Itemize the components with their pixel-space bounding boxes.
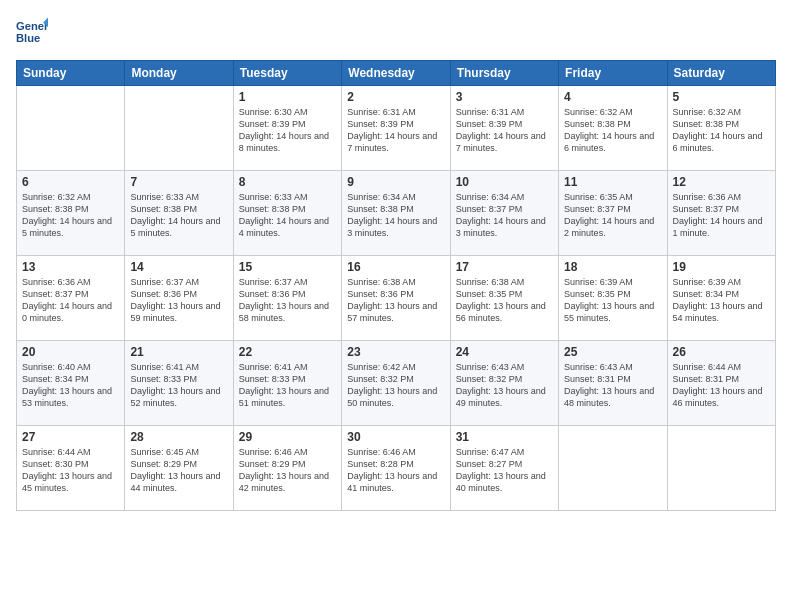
logo-icon: General Blue bbox=[16, 16, 48, 48]
day-number: 4 bbox=[564, 90, 661, 104]
calendar-cell: 24Sunrise: 6:43 AM Sunset: 8:32 PM Dayli… bbox=[450, 341, 558, 426]
calendar-cell: 28Sunrise: 6:45 AM Sunset: 8:29 PM Dayli… bbox=[125, 426, 233, 511]
calendar-cell bbox=[17, 86, 125, 171]
day-info: Sunrise: 6:40 AM Sunset: 8:34 PM Dayligh… bbox=[22, 361, 119, 410]
day-of-week-header: Friday bbox=[559, 61, 667, 86]
day-info: Sunrise: 6:37 AM Sunset: 8:36 PM Dayligh… bbox=[239, 276, 336, 325]
calendar-cell: 2Sunrise: 6:31 AM Sunset: 8:39 PM Daylig… bbox=[342, 86, 450, 171]
calendar-week-row: 27Sunrise: 6:44 AM Sunset: 8:30 PM Dayli… bbox=[17, 426, 776, 511]
day-info: Sunrise: 6:33 AM Sunset: 8:38 PM Dayligh… bbox=[130, 191, 227, 240]
calendar-cell bbox=[125, 86, 233, 171]
day-info: Sunrise: 6:31 AM Sunset: 8:39 PM Dayligh… bbox=[347, 106, 444, 155]
day-of-week-header: Monday bbox=[125, 61, 233, 86]
calendar-cell: 31Sunrise: 6:47 AM Sunset: 8:27 PM Dayli… bbox=[450, 426, 558, 511]
day-info: Sunrise: 6:37 AM Sunset: 8:36 PM Dayligh… bbox=[130, 276, 227, 325]
day-info: Sunrise: 6:32 AM Sunset: 8:38 PM Dayligh… bbox=[564, 106, 661, 155]
calendar-week-row: 6Sunrise: 6:32 AM Sunset: 8:38 PM Daylig… bbox=[17, 171, 776, 256]
day-info: Sunrise: 6:43 AM Sunset: 8:32 PM Dayligh… bbox=[456, 361, 553, 410]
day-info: Sunrise: 6:36 AM Sunset: 8:37 PM Dayligh… bbox=[673, 191, 770, 240]
day-number: 1 bbox=[239, 90, 336, 104]
calendar-cell: 27Sunrise: 6:44 AM Sunset: 8:30 PM Dayli… bbox=[17, 426, 125, 511]
calendar-cell: 23Sunrise: 6:42 AM Sunset: 8:32 PM Dayli… bbox=[342, 341, 450, 426]
calendar-cell bbox=[559, 426, 667, 511]
day-of-week-header: Wednesday bbox=[342, 61, 450, 86]
day-info: Sunrise: 6:45 AM Sunset: 8:29 PM Dayligh… bbox=[130, 446, 227, 495]
day-info: Sunrise: 6:46 AM Sunset: 8:29 PM Dayligh… bbox=[239, 446, 336, 495]
calendar-cell: 4Sunrise: 6:32 AM Sunset: 8:38 PM Daylig… bbox=[559, 86, 667, 171]
day-info: Sunrise: 6:46 AM Sunset: 8:28 PM Dayligh… bbox=[347, 446, 444, 495]
day-number: 26 bbox=[673, 345, 770, 359]
calendar-cell: 17Sunrise: 6:38 AM Sunset: 8:35 PM Dayli… bbox=[450, 256, 558, 341]
calendar-cell: 19Sunrise: 6:39 AM Sunset: 8:34 PM Dayli… bbox=[667, 256, 775, 341]
calendar-cell: 1Sunrise: 6:30 AM Sunset: 8:39 PM Daylig… bbox=[233, 86, 341, 171]
calendar-cell: 29Sunrise: 6:46 AM Sunset: 8:29 PM Dayli… bbox=[233, 426, 341, 511]
day-number: 15 bbox=[239, 260, 336, 274]
day-number: 22 bbox=[239, 345, 336, 359]
day-number: 30 bbox=[347, 430, 444, 444]
day-info: Sunrise: 6:44 AM Sunset: 8:31 PM Dayligh… bbox=[673, 361, 770, 410]
page-header: General Blue bbox=[16, 16, 776, 48]
day-number: 8 bbox=[239, 175, 336, 189]
day-number: 17 bbox=[456, 260, 553, 274]
calendar-cell: 15Sunrise: 6:37 AM Sunset: 8:36 PM Dayli… bbox=[233, 256, 341, 341]
day-number: 3 bbox=[456, 90, 553, 104]
day-number: 10 bbox=[456, 175, 553, 189]
day-number: 28 bbox=[130, 430, 227, 444]
day-number: 27 bbox=[22, 430, 119, 444]
day-info: Sunrise: 6:39 AM Sunset: 8:35 PM Dayligh… bbox=[564, 276, 661, 325]
day-number: 9 bbox=[347, 175, 444, 189]
calendar-cell: 14Sunrise: 6:37 AM Sunset: 8:36 PM Dayli… bbox=[125, 256, 233, 341]
day-number: 13 bbox=[22, 260, 119, 274]
calendar-cell: 5Sunrise: 6:32 AM Sunset: 8:38 PM Daylig… bbox=[667, 86, 775, 171]
day-info: Sunrise: 6:32 AM Sunset: 8:38 PM Dayligh… bbox=[22, 191, 119, 240]
day-number: 19 bbox=[673, 260, 770, 274]
day-number: 23 bbox=[347, 345, 444, 359]
day-number: 20 bbox=[22, 345, 119, 359]
day-number: 14 bbox=[130, 260, 227, 274]
day-info: Sunrise: 6:39 AM Sunset: 8:34 PM Dayligh… bbox=[673, 276, 770, 325]
day-info: Sunrise: 6:38 AM Sunset: 8:36 PM Dayligh… bbox=[347, 276, 444, 325]
calendar-cell: 30Sunrise: 6:46 AM Sunset: 8:28 PM Dayli… bbox=[342, 426, 450, 511]
day-info: Sunrise: 6:33 AM Sunset: 8:38 PM Dayligh… bbox=[239, 191, 336, 240]
day-info: Sunrise: 6:42 AM Sunset: 8:32 PM Dayligh… bbox=[347, 361, 444, 410]
day-info: Sunrise: 6:41 AM Sunset: 8:33 PM Dayligh… bbox=[130, 361, 227, 410]
logo: General Blue bbox=[16, 16, 48, 48]
calendar-cell: 7Sunrise: 6:33 AM Sunset: 8:38 PM Daylig… bbox=[125, 171, 233, 256]
day-info: Sunrise: 6:31 AM Sunset: 8:39 PM Dayligh… bbox=[456, 106, 553, 155]
day-of-week-header: Sunday bbox=[17, 61, 125, 86]
day-of-week-header: Saturday bbox=[667, 61, 775, 86]
day-info: Sunrise: 6:41 AM Sunset: 8:33 PM Dayligh… bbox=[239, 361, 336, 410]
day-number: 2 bbox=[347, 90, 444, 104]
calendar-cell: 8Sunrise: 6:33 AM Sunset: 8:38 PM Daylig… bbox=[233, 171, 341, 256]
calendar-cell: 25Sunrise: 6:43 AM Sunset: 8:31 PM Dayli… bbox=[559, 341, 667, 426]
svg-text:General: General bbox=[16, 20, 48, 32]
day-number: 7 bbox=[130, 175, 227, 189]
day-number: 12 bbox=[673, 175, 770, 189]
calendar-week-row: 1Sunrise: 6:30 AM Sunset: 8:39 PM Daylig… bbox=[17, 86, 776, 171]
calendar-header-row: SundayMondayTuesdayWednesdayThursdayFrid… bbox=[17, 61, 776, 86]
svg-text:Blue: Blue bbox=[16, 32, 40, 44]
day-number: 18 bbox=[564, 260, 661, 274]
calendar-cell: 26Sunrise: 6:44 AM Sunset: 8:31 PM Dayli… bbox=[667, 341, 775, 426]
day-info: Sunrise: 6:38 AM Sunset: 8:35 PM Dayligh… bbox=[456, 276, 553, 325]
calendar-cell: 18Sunrise: 6:39 AM Sunset: 8:35 PM Dayli… bbox=[559, 256, 667, 341]
day-info: Sunrise: 6:35 AM Sunset: 8:37 PM Dayligh… bbox=[564, 191, 661, 240]
day-of-week-header: Thursday bbox=[450, 61, 558, 86]
day-info: Sunrise: 6:34 AM Sunset: 8:37 PM Dayligh… bbox=[456, 191, 553, 240]
calendar-cell: 10Sunrise: 6:34 AM Sunset: 8:37 PM Dayli… bbox=[450, 171, 558, 256]
calendar-cell: 13Sunrise: 6:36 AM Sunset: 8:37 PM Dayli… bbox=[17, 256, 125, 341]
calendar-week-row: 13Sunrise: 6:36 AM Sunset: 8:37 PM Dayli… bbox=[17, 256, 776, 341]
day-number: 31 bbox=[456, 430, 553, 444]
day-info: Sunrise: 6:34 AM Sunset: 8:38 PM Dayligh… bbox=[347, 191, 444, 240]
calendar-cell: 21Sunrise: 6:41 AM Sunset: 8:33 PM Dayli… bbox=[125, 341, 233, 426]
day-info: Sunrise: 6:44 AM Sunset: 8:30 PM Dayligh… bbox=[22, 446, 119, 495]
day-number: 25 bbox=[564, 345, 661, 359]
day-info: Sunrise: 6:47 AM Sunset: 8:27 PM Dayligh… bbox=[456, 446, 553, 495]
calendar-cell: 22Sunrise: 6:41 AM Sunset: 8:33 PM Dayli… bbox=[233, 341, 341, 426]
day-of-week-header: Tuesday bbox=[233, 61, 341, 86]
day-number: 5 bbox=[673, 90, 770, 104]
calendar-cell: 3Sunrise: 6:31 AM Sunset: 8:39 PM Daylig… bbox=[450, 86, 558, 171]
day-number: 16 bbox=[347, 260, 444, 274]
calendar-cell: 12Sunrise: 6:36 AM Sunset: 8:37 PM Dayli… bbox=[667, 171, 775, 256]
day-number: 11 bbox=[564, 175, 661, 189]
